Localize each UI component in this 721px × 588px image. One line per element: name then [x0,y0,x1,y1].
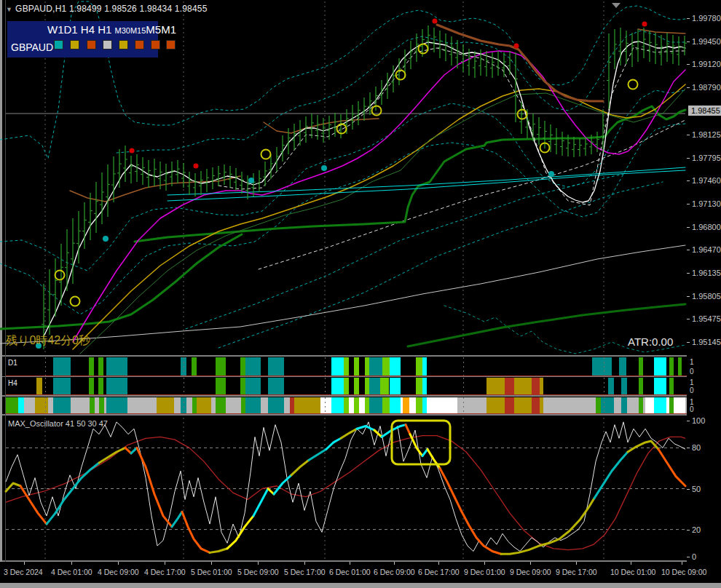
oscillator-main-teal [594,452,628,498]
price-axis-label: 1.96800 [692,223,721,231]
time-axis-label: 6 Dec 09:00 [374,568,415,576]
timeframe-buttons[interactable]: W1D1 H4 H1 M30M15M5M1 [7,21,158,36]
strip-segment [245,357,261,376]
price-tick [687,273,690,274]
gridline-vertical [604,378,604,395]
strip-segment [197,397,211,414]
price-axis-label: 1.98125 [692,130,721,139]
time-tick [438,562,439,565]
strip-segment [99,397,104,414]
timeframe-label-big2[interactable]: M5M1 [146,23,176,36]
price-axis-label: 1.99780 [692,14,721,23]
strip-segment [486,378,505,395]
timeframe-status-square[interactable] [103,40,112,49]
strip-zero-line [6,376,687,376]
timeframe-status-square[interactable] [135,40,144,49]
oscillator-tick [687,448,690,448]
oscillator-main-orange [137,448,172,526]
strip-segment [596,397,601,414]
strip-axis-label: 0 [690,405,694,413]
price-axis-label: 1.99450 [692,37,721,46]
strip-segment [98,357,103,376]
price-axis-label: 1.98790 [692,83,721,92]
strip-segment [192,357,197,376]
price-axis[interactable]: 1.997801.994501.991201.987901.981251.977… [687,0,721,583]
strip-segment [240,378,245,395]
time-tick [394,562,395,565]
timeframe-status-square[interactable] [151,40,160,49]
timeframe-status-square[interactable] [70,40,79,49]
strip-segment [18,397,24,414]
strip-segment [505,378,514,395]
strip-axis-label: 0 [690,368,694,376]
strip-segment [639,397,643,414]
current-price-tag: 1.98455 [688,106,721,116]
line-stop-brown-2 [264,119,379,133]
time-tick [211,562,212,565]
strip-segment [344,397,349,414]
line-ma-magenta [73,51,685,342]
buy-signal-dot [103,236,109,242]
line-diagonal-cyan-2 [218,182,663,348]
strip-segment [416,357,422,376]
price-tick [687,87,690,88]
price-tick [687,41,690,42]
strip-segment [639,378,643,395]
strip-axis-label: 1 [690,378,694,386]
price-tick [687,180,690,181]
candle-countdown-text: 残り0時42分0秒 [6,333,90,349]
strip-segment [669,357,674,376]
strip-segment [669,378,674,395]
strip-segment [390,397,401,414]
timeframe-panel[interactable]: W1D1 H4 H1 M30M15M5M1 GBPAUD [7,21,158,57]
strip-segment [621,397,627,414]
price-axis-label: 1.97795 [692,154,721,162]
time-axis-label: 9 Dec 01:00 [464,568,505,576]
strip-zero-line [6,394,687,395]
strip-segment [216,378,226,395]
time-axis[interactable]: 3 Dec 20244 Dec 01:004 Dec 09:004 Dec 17… [0,562,721,583]
strip-segment [294,397,320,414]
time-axis-label: 4 Dec 09:00 [98,568,139,576]
oscillator-main-yellow [428,449,440,468]
timeframe-status-square[interactable] [119,40,128,49]
symbol-dropdown-icon[interactable]: ▼ [6,6,12,13]
timeframe-status-square[interactable] [87,40,96,49]
panel-divider[interactable] [0,414,721,416]
gridline-vertical [45,378,46,395]
gridline-vertical [45,397,46,414]
panel-divider[interactable] [0,376,721,377]
time-tick [576,562,577,565]
timeframe-label-big1[interactable]: W1D1 H4 H1 [47,23,115,36]
oscillator-axis-label: 20 [692,525,701,534]
window-edge-bottom [0,583,721,588]
panel-divider[interactable] [0,395,721,397]
time-axis-label: 6 Dec 01:00 [329,568,371,576]
oscillator-main-orange [440,468,501,554]
oscillator-main-orange [125,448,131,453]
time-axis-label: 4 Dec 17:00 [144,568,186,576]
strip-segment [98,378,103,395]
strip-segment [416,397,422,414]
strip-segment [106,357,127,376]
oscillator-axis-label: 0 [692,552,696,561]
sell-signal-dot [642,22,647,27]
oscillator-main-orange [182,512,210,552]
strip-segment [89,357,94,376]
price-tick [687,135,690,135]
timeframe-label-small[interactable]: M30M15 [115,26,146,35]
timeframe-status-square[interactable] [166,40,176,49]
oscillator-main-olive [291,460,309,475]
line-trendline-white-solid [0,245,685,343]
time-tick [484,562,485,565]
strip-segment [331,378,344,395]
strip-axis-label: 1 [690,358,694,366]
strip-segment [331,357,344,376]
max-oscillator-panel[interactable] [0,416,687,560]
oscillator-axis-label: 50 [692,485,701,493]
buy-signal-dot [248,178,254,183]
time-tick [530,562,531,565]
timeframe-status-square[interactable] [54,40,63,49]
strip-segment [619,357,626,376]
strip-segment [369,378,380,395]
